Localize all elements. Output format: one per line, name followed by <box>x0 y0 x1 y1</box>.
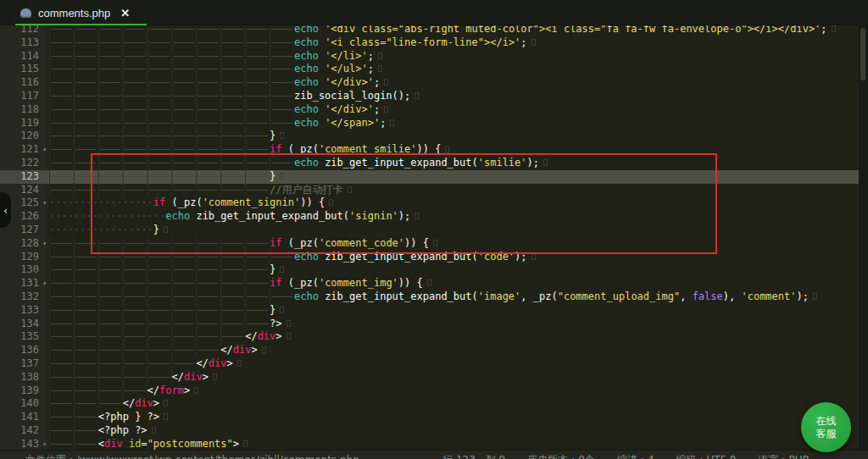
code-line-126[interactable]: 126···················echo zib_get_input… <box>0 210 859 224</box>
token: zib_get_input_expand_but( <box>190 210 349 222</box>
code-line-115[interactable]: 115echo '</ul>'; <box>0 63 859 76</box>
code-line-142[interactable]: 142<?php ?> <box>0 424 859 438</box>
code-text[interactable]: ?> <box>47 318 859 331</box>
tab-indent-marks <box>49 371 172 384</box>
code-line-117[interactable]: 117zib_social_login(); <box>0 90 859 103</box>
scrollbar-thumb[interactable] <box>860 28 865 80</box>
code-text[interactable]: echo zib_get_input_expand_but('code'); <box>47 251 859 264</box>
code-text[interactable]: //用户自动打卡 <box>47 184 859 197</box>
token: (_pz( <box>282 277 319 289</box>
code-line-123[interactable]: 123} <box>0 170 859 184</box>
file-path-label: 文件位置：/www/wwwroot/wp-content/themes/zibl… <box>25 453 442 459</box>
code-line-130[interactable]: 130} <box>0 263 859 277</box>
code-line-133[interactable]: 133} <box>0 304 859 318</box>
code-line-118[interactable]: 118echo '</div>'; <box>0 103 859 117</box>
token: </ <box>147 384 159 396</box>
code-line-134[interactable]: 134?> <box>0 318 859 331</box>
code-text[interactable]: } <box>47 130 859 143</box>
code-text[interactable]: <?php } ?> <box>47 411 859 424</box>
code-text[interactable]: ·················if (_pz('comment_signin… <box>47 196 859 210</box>
code-line-122[interactable]: 122echo zib_get_input_expand_but('smilie… <box>0 157 859 170</box>
code-text[interactable]: <?php ?> <box>47 424 859 438</box>
code-text[interactable]: echo '<i class="line-form-line"></i>'; <box>47 36 859 50</box>
code-text[interactable]: </div> <box>47 330 859 344</box>
online-service-badge[interactable]: 在线 客服 <box>801 402 851 452</box>
code-line-136[interactable]: 136</div> <box>0 344 859 357</box>
code-text[interactable]: } <box>47 263 859 277</box>
sidebar-collapse-handle[interactable]: ‹ <box>0 191 12 229</box>
code-text[interactable]: echo zib_get_input_expand_but('image', _… <box>47 290 859 304</box>
code-line-129[interactable]: 129echo zib_get_input_expand_but('code')… <box>0 251 859 264</box>
code-text[interactable]: echo '</span>'; <box>47 117 859 130</box>
code-text[interactable]: ···················echo zib_get_input_ex… <box>47 210 859 224</box>
code-text[interactable]: echo zib_get_input_expand_but('smilie'); <box>47 157 859 170</box>
tab-indent-marks <box>49 63 294 76</box>
fold-marker-icon[interactable]: ▾ <box>42 143 47 157</box>
code-line-124[interactable]: 124//用户自动打卡 <box>0 184 859 197</box>
tab-indent-marks <box>49 304 270 318</box>
code-line-120[interactable]: 120} <box>0 130 859 143</box>
code-text[interactable]: </div> <box>47 344 859 357</box>
fold-marker-icon[interactable]: ▾ <box>42 237 47 251</box>
token: ; <box>374 103 380 115</box>
code-line-125[interactable]: 125▾·················if (_pz('comment_si… <box>0 196 859 210</box>
code-text[interactable]: if (_pz('comment_img')) { <box>47 277 859 290</box>
code-text[interactable]: </div> <box>47 397 859 411</box>
code-text[interactable]: </div> <box>47 357 859 371</box>
tab-indent-marks <box>49 237 270 251</box>
code-line-141[interactable]: 141<?php } ?> <box>0 411 859 424</box>
code-line-138[interactable]: 138</div> <box>0 371 859 384</box>
token: > <box>275 330 281 342</box>
token: '</li>' <box>325 50 368 62</box>
code-text[interactable]: if (_pz('comment_code')) { <box>47 237 859 251</box>
line-number: 130 <box>0 263 47 277</box>
code-text[interactable]: echo '</ul>'; <box>47 63 859 76</box>
tab-comments-php[interactable]: comments.php ✕ <box>15 0 147 25</box>
code-line-119[interactable]: 119echo '</span>'; <box>0 117 859 130</box>
code-text[interactable]: } <box>47 304 859 318</box>
code-line-131[interactable]: 131▾if (_pz('comment_img')) { <box>0 277 859 290</box>
code-text[interactable]: </div> <box>47 371 859 384</box>
code-line-113[interactable]: 113echo '<i class="line-form-line"></i>'… <box>0 36 859 50</box>
fold-marker-icon[interactable]: ▾ <box>42 277 47 290</box>
code-line-140[interactable]: 140</div> <box>0 397 859 411</box>
token: )) { <box>300 196 325 208</box>
code-text[interactable]: echo '</div>'; <box>47 103 859 117</box>
status-bar: 文件位置：/www/wwwroot/wp-content/themes/zibl… <box>0 450 868 459</box>
token: )) { <box>417 143 442 155</box>
line-number: 138 <box>0 371 47 384</box>
code-text[interactable]: if (_pz('comment_smilie')) { <box>47 143 859 157</box>
code-text[interactable]: ·················} <box>47 224 859 237</box>
token: if <box>270 237 281 249</box>
tab-title: comments.php <box>38 7 110 19</box>
code-text[interactable]: echo '</div>'; <box>47 76 859 90</box>
code-line-128[interactable]: 128▾if (_pz('comment_code')) { <box>0 237 859 251</box>
token: '</div>' <box>325 76 374 88</box>
token: </ <box>220 344 232 356</box>
eol-mark <box>348 186 352 193</box>
code-text[interactable]: echo '</li>'; <box>47 50 859 64</box>
token: div <box>258 330 276 342</box>
code-editor[interactable]: 112echo '<div class="abs-right muted-col… <box>0 23 859 451</box>
code-line-137[interactable]: 137</div> <box>0 357 859 371</box>
code-line-135[interactable]: 135</div> <box>0 330 859 344</box>
code-text[interactable]: zib_social_login(); <box>47 90 859 103</box>
code-line-121[interactable]: 121▾if (_pz('comment_smilie')) { <box>0 143 859 157</box>
code-line-139[interactable]: 139</form> <box>0 384 859 398</box>
token: > <box>251 344 257 356</box>
token: ?> <box>270 318 281 329</box>
code-line-114[interactable]: 114echo '</li>'; <box>0 50 859 64</box>
code-text[interactable]: } <box>47 170 859 184</box>
token: '</span>' <box>325 117 380 129</box>
fold-marker-icon[interactable]: ▾ <box>42 196 47 210</box>
token: '</div>' <box>325 103 374 115</box>
code-line-132[interactable]: 132echo zib_get_input_expand_but('image'… <box>0 290 859 304</box>
code-text[interactable]: </form> <box>47 384 859 398</box>
tab-indent-marks <box>49 251 294 264</box>
space-indent-dots: ················· <box>49 196 153 208</box>
code-line-127[interactable]: 127·················} <box>0 224 859 237</box>
token: ), <box>723 290 742 302</box>
scrollbar-track[interactable] <box>859 0 868 459</box>
code-line-116[interactable]: 116echo '</div>'; <box>0 76 859 90</box>
tab-close-icon[interactable]: ✕ <box>120 7 130 19</box>
